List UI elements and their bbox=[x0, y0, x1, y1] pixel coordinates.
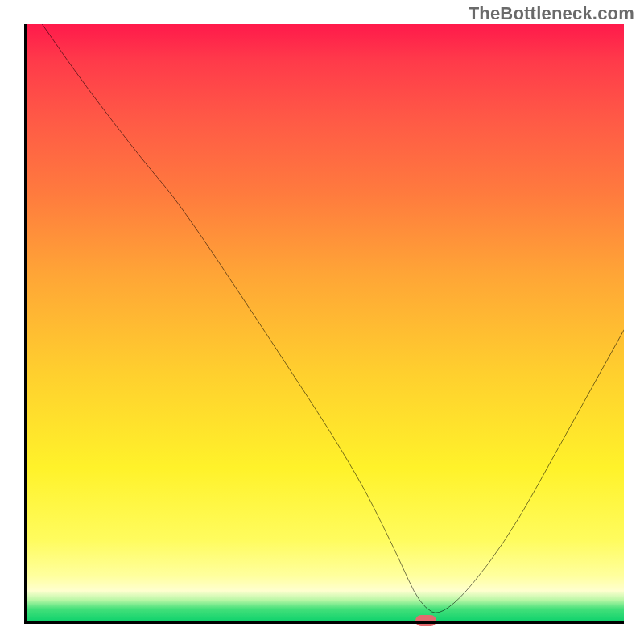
optimal-point-marker bbox=[415, 615, 436, 626]
attribution-label: TheBottleneck.com bbox=[469, 3, 634, 24]
bottleneck-curve bbox=[24, 24, 624, 624]
plot-area bbox=[24, 24, 624, 624]
chart-frame: TheBottleneck.com bbox=[0, 0, 644, 644]
